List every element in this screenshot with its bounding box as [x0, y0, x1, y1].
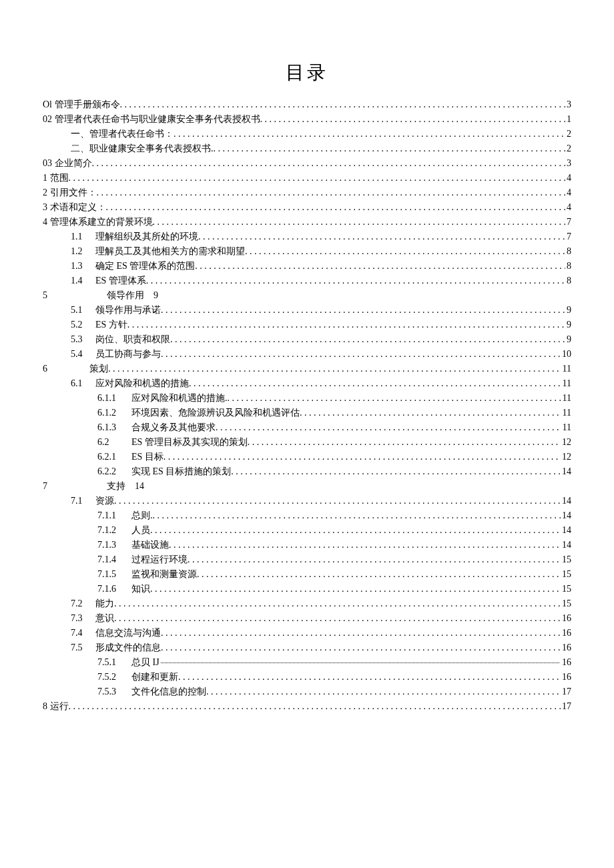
toc-entry-label: 1 范围: [43, 171, 69, 185]
toc-leader: [300, 406, 561, 420]
toc-page-number: 14: [561, 538, 571, 552]
toc-leader: [197, 567, 561, 582]
toc-page-number: 15: [561, 596, 571, 611]
toc-chapter-number: 5: [43, 288, 79, 303]
toc-entry: 7支持 14: [43, 479, 571, 494]
toc-leader: [150, 523, 561, 538]
toc-entry-number: 7.5.2: [97, 670, 127, 685]
toc-leader: [174, 127, 565, 141]
toc-leader: [231, 464, 561, 479]
toc-page-number: 16: [561, 611, 571, 626]
toc-entry: 1.2 理解员工及其他相关方的需求和期望8: [43, 244, 571, 259]
toc-page-number: 11: [561, 406, 571, 420]
toc-entry-label: 知识: [131, 582, 150, 596]
toc-page-number: 14: [561, 464, 571, 479]
toc-leader: [69, 171, 566, 185]
toc-entry-number: 1.2: [71, 244, 91, 259]
toc-entry-label: 岗位、职责和权限: [95, 332, 170, 347]
toc-page-number: 17: [561, 699, 571, 714]
toc-page-number: 7: [565, 230, 571, 244]
toc-entry-label: ES 目标: [131, 450, 164, 464]
toc-entry-label: 形成文件的信息: [95, 640, 161, 655]
toc-page-number: 3: [565, 97, 571, 112]
toc-entry-number: 7.1.6: [97, 582, 127, 596]
toc-entry-label: 支持: [107, 479, 125, 494]
toc-entry-label: 4 管理体系建立的背景环境: [43, 215, 153, 230]
toc-page-number: 8: [565, 244, 571, 259]
toc-chapter-number: 6: [43, 362, 79, 376]
toc-entry-number: 6.1: [71, 376, 91, 391]
toc-entry: 一、管理者代表任命书：2: [43, 127, 571, 141]
toc-entry: 1.1 理解组织及其所处的环境7: [43, 230, 571, 244]
toc-entry: 7.1.6 知识15: [43, 582, 571, 596]
toc-entry-label: 人员: [131, 523, 150, 538]
toc-leader: [161, 626, 561, 640]
toc-entry-label: 8 运行: [43, 699, 69, 714]
toc-entry-label: 总则.: [131, 508, 153, 523]
toc-entry-number: 6.1.2: [97, 406, 127, 420]
toc-leader: [161, 303, 565, 318]
toc-entry: 7.1 资源14: [43, 494, 571, 508]
toc-entry: 6.2.1 ES 目标12: [43, 450, 571, 464]
toc-entry-label: Ol 管理手册颁布令: [43, 97, 120, 112]
toc-page: 目录 Ol 管理手册颁布令302 管理者代表任命书与职业健康安全事务代表授权书1…: [0, 0, 614, 868]
toc-entry: 02 管理者代表任命书与职业健康安全事务代表授权书1: [43, 112, 571, 127]
toc-entry-number: 5.1: [71, 303, 91, 318]
toc-leader: [120, 97, 566, 112]
toc-entry-label: ES 管理目标及其实现的策划: [131, 435, 248, 450]
toc-page-number: 14: [135, 479, 144, 494]
toc-entry-label: 信息交流与沟通: [95, 626, 161, 640]
toc-page-number: 14: [561, 494, 571, 508]
toc-leader: [97, 185, 566, 200]
toc-page-number: 12: [561, 435, 571, 450]
toc-page-number: 15: [561, 552, 571, 567]
toc-page-number: 11: [561, 391, 571, 406]
toc-entry-number: 1.1: [71, 230, 91, 244]
toc-leader: [114, 611, 561, 626]
toc-leader: [146, 274, 565, 288]
toc-entry-number: 7.1.1: [97, 508, 127, 523]
toc-entry-label: 实现 ES 目标措施的策划: [131, 464, 231, 479]
toc-page-number: 7: [565, 215, 571, 230]
toc-entry: 7.2 能力15: [43, 596, 571, 611]
toc-entry: 5.2 ES 方针9: [43, 318, 571, 332]
toc-entry: 5领导作用 9: [43, 288, 571, 303]
toc-entry: 2 引用文件：4: [43, 185, 571, 200]
toc-page-number: 16: [561, 670, 571, 685]
toc-entry-label: 2 引用文件：: [43, 185, 97, 200]
toc-entry: 4 管理体系建立的背景环境7: [43, 215, 571, 230]
toc-entry-number: 7.5.1: [97, 655, 127, 670]
toc-entry: 7.1.2 人员14: [43, 523, 571, 538]
toc-entry-number: 6.2: [97, 435, 127, 450]
toc-leader: [108, 362, 561, 376]
toc-entry-number: 7.1.3: [97, 538, 127, 552]
toc-entry: 3 术语和定义：4: [43, 200, 571, 215]
toc-entry-label: 意识: [95, 611, 114, 626]
toc-page-number: 9: [154, 288, 158, 303]
toc-leader: [114, 494, 561, 508]
toc-entry-number: 7.5: [71, 640, 91, 655]
toc-leader: [195, 259, 565, 274]
toc-entry-number: 1.4: [71, 274, 91, 288]
toc-entry-number: 7.3: [71, 611, 91, 626]
toc-page-number: 3: [565, 156, 571, 171]
toc-leader: [69, 699, 561, 714]
toc-entry-label: 一、管理者代表任命书：: [71, 127, 174, 141]
toc-entry: 7.1.3 基础设施14: [43, 538, 571, 552]
toc-leader: [150, 582, 561, 596]
toc-list: Ol 管理手册颁布令302 管理者代表任命书与职业健康安全事务代表授权书1一、管…: [43, 97, 571, 714]
toc-leader: [92, 156, 566, 171]
toc-entry-number: 1.3: [71, 259, 91, 274]
toc-leader: [198, 230, 565, 244]
toc-entry-label: 能力: [95, 596, 114, 611]
toc-entry: 7.1.5 监视和测量资源15: [43, 567, 571, 582]
toc-entry-label: 资源: [95, 494, 114, 508]
toc-entry: 5.1 领导作用与承诺9: [43, 303, 571, 318]
toc-entry-label: 理解员工及其他相关方的需求和期望: [95, 244, 245, 259]
toc-leader: [153, 508, 561, 523]
toc-entry-label: 基础设施: [131, 538, 169, 552]
toc-entry: 7.1.1 总则.14: [43, 508, 571, 523]
toc-entry-label: 02 管理者代表任命书与职业健康安全事务代表授权书: [43, 112, 260, 127]
toc-page-number: 11: [561, 420, 571, 435]
toc-entry-number: 7.1.2: [97, 523, 127, 538]
